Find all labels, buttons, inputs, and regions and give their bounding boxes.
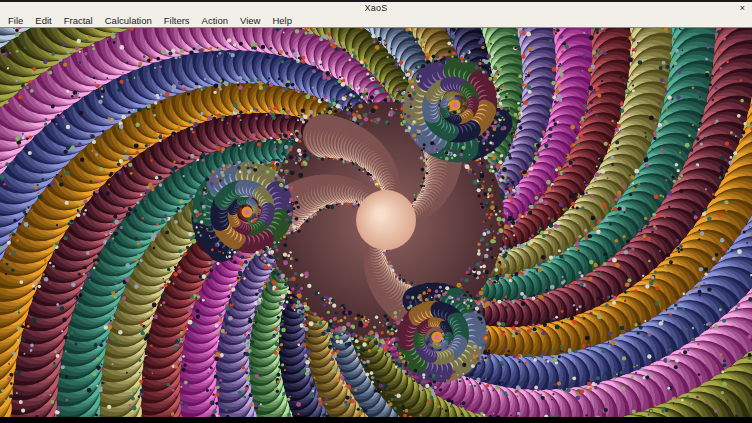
fractal-image[interactable] — [0, 28, 752, 417]
menu-item-fractal[interactable]: Fractal — [64, 14, 93, 27]
title-bar: XaoS × — [0, 0, 752, 14]
menu-item-file[interactable]: File — [8, 14, 23, 27]
close-icon[interactable]: × — [740, 3, 745, 14]
xaos-window: XaoS × File Edit Fractal Calculation Fil… — [0, 0, 752, 423]
menu-item-filters[interactable]: Filters — [164, 14, 190, 27]
menu-item-calculation[interactable]: Calculation — [105, 14, 152, 27]
menu-bar: File Edit Fractal Calculation Filters Ac… — [0, 14, 752, 28]
menu-item-view[interactable]: View — [240, 14, 260, 27]
window-title: XaoS — [365, 2, 388, 14]
menu-item-edit[interactable]: Edit — [35, 14, 51, 27]
fractal-viewport[interactable] — [0, 28, 752, 417]
bottom-black-bar — [0, 417, 752, 423]
menu-item-action[interactable]: Action — [202, 14, 228, 27]
menu-item-help[interactable]: Help — [272, 14, 292, 27]
